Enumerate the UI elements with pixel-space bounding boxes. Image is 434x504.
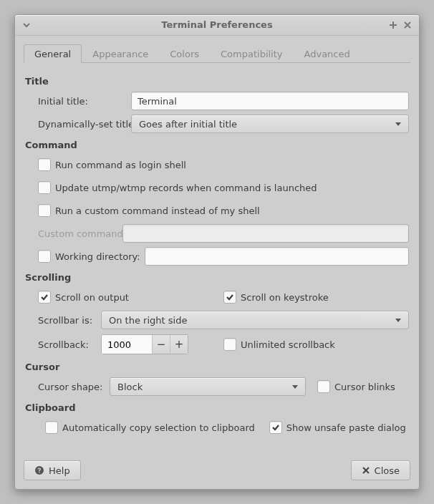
section-scrolling: Scrolling (25, 272, 409, 283)
login-shell-checkbox[interactable]: Run command as login shell (38, 158, 186, 171)
help-button-label: Help (49, 465, 70, 476)
help-icon (34, 465, 44, 475)
dyn-title-value: Goes after initial title (139, 119, 237, 130)
chevron-down-icon (395, 319, 401, 322)
tab-appearance[interactable]: Appearance (82, 44, 159, 63)
window-menu-icon[interactable] (21, 19, 32, 31)
cursor-blinks-checkbox[interactable]: Cursor blinks (317, 380, 395, 393)
dyn-title-select[interactable]: Goes after initial title (131, 115, 409, 133)
initial-title-label: Initial title: (38, 96, 131, 107)
scrollback-value[interactable] (102, 335, 152, 354)
scroll-on-output-checkbox[interactable]: Scroll on output (38, 291, 223, 304)
chevron-down-icon (395, 122, 401, 126)
help-button[interactable]: Help (24, 460, 81, 480)
working-directory-checkbox[interactable]: Working directory: (38, 250, 140, 263)
scrollback-increment[interactable]: + (170, 335, 188, 354)
content-area: General Appearance Colors Compatibility … (15, 36, 419, 489)
section-clipboard: Clipboard (25, 402, 409, 413)
cursor-shape-label: Cursor shape: (38, 382, 110, 392)
dialog-footer: Help Close (24, 460, 410, 480)
cursor-shape-value: Block (117, 382, 143, 392)
close-icon[interactable] (402, 19, 413, 31)
panel-general: Title Initial title: Dynamically-set tit… (24, 63, 410, 437)
dyn-title-label: Dynamically-set title: (38, 119, 131, 130)
unlimited-scrollback-checkbox[interactable]: Unlimited scrollback (223, 338, 409, 351)
scrollbar-is-select[interactable]: On the right side (101, 311, 409, 329)
tab-advanced[interactable]: Advanced (294, 44, 361, 63)
initial-title-input[interactable] (131, 92, 409, 110)
close-button[interactable]: Close (351, 460, 410, 480)
tab-general[interactable]: General (24, 44, 82, 63)
scrollback-spinbox[interactable]: − + (101, 334, 188, 354)
unsafe-paste-checkbox[interactable]: Show unsafe paste dialog (269, 421, 406, 434)
tabs-row: General Appearance Colors Compatibility … (24, 44, 410, 63)
chevron-down-icon (292, 385, 298, 389)
section-cursor: Cursor (25, 362, 409, 372)
preferences-window: Terminal Preferences General Appearance … (14, 14, 420, 490)
scroll-on-keystroke-checkbox[interactable]: Scroll on keystroke (223, 291, 409, 304)
custom-command-input (122, 224, 409, 243)
scrollback-label: Scrollback: (38, 339, 101, 350)
scrollbar-is-label: Scrollbar is: (38, 315, 101, 326)
auto-copy-checkbox[interactable]: Automatically copy selection to clipboar… (45, 421, 255, 434)
tab-compatibility[interactable]: Compatibility (210, 44, 294, 63)
working-directory-input[interactable] (145, 247, 409, 266)
custom-command-checkbox[interactable]: Run a custom command instead of my shell (38, 204, 260, 217)
close-icon (362, 466, 370, 475)
scrollbar-is-value: On the right side (109, 315, 187, 326)
update-records-checkbox[interactable]: Update utmp/wtmp records when command is… (38, 181, 317, 194)
titlebar: Terminal Preferences (15, 15, 419, 36)
section-command: Command (25, 140, 409, 150)
tab-colors[interactable]: Colors (159, 44, 210, 63)
section-title: Title (25, 76, 409, 87)
window-title: Terminal Preferences (161, 19, 272, 30)
scrollback-decrement[interactable]: − (152, 335, 170, 354)
plus-icon[interactable] (387, 19, 399, 31)
close-button-label: Close (375, 465, 400, 476)
cursor-shape-select[interactable]: Block (110, 377, 306, 396)
custom-command-label: Custom command: (38, 228, 122, 239)
